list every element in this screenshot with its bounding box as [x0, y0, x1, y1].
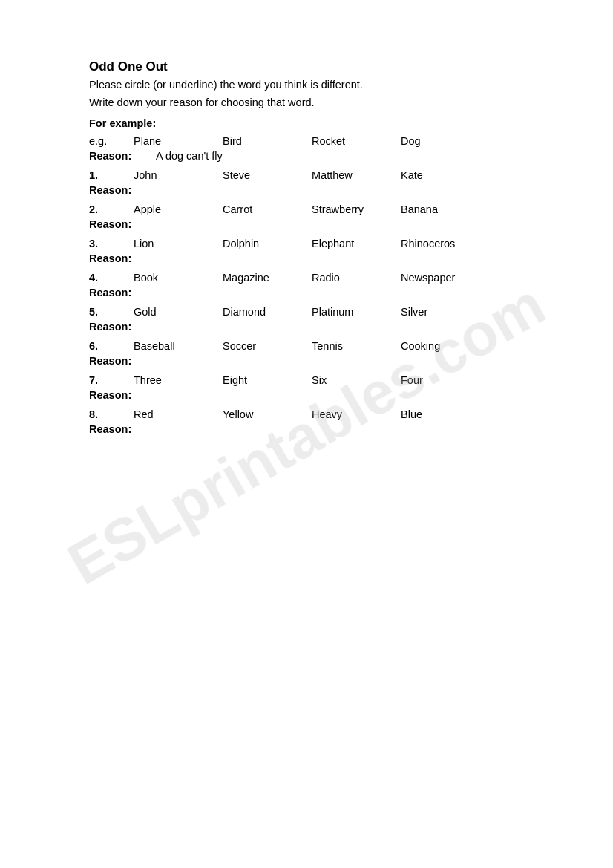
q5-word-1: Gold [134, 306, 223, 318]
q1-word-3: Matthew [312, 169, 401, 181]
q4-word-1: Book [134, 272, 223, 284]
example-word-3: Rocket [312, 135, 401, 147]
example-word-4: Dog [401, 135, 490, 147]
q4-word-2: Magazine [223, 272, 312, 284]
reason-label-6: Reason: [89, 355, 156, 367]
reason-label-3: Reason: [89, 252, 156, 264]
reason-row-4: Reason: [89, 287, 539, 298]
reason-label-4: Reason: [89, 287, 156, 298]
q4-word-3: Radio [312, 272, 401, 284]
example-word-2: Bird [223, 135, 312, 147]
reason-label-2: Reason: [89, 218, 156, 230]
reason-row-1: Reason: [89, 184, 539, 196]
q1-word-1: John [134, 169, 223, 181]
question-number-1: 1. [89, 169, 134, 181]
q8-word-1: Red [134, 408, 223, 420]
page-content: Odd One Out Please circle (or underline)… [89, 59, 539, 435]
example-reason-row: Reason: A dog can't fly [89, 150, 539, 162]
reason-row-3: Reason: [89, 252, 539, 264]
question-row-1: 1. John Steve Matthew Kate [89, 169, 539, 181]
instruction2: Write down your reason for choosing that… [89, 97, 539, 108]
question-row-4: 4. Book Magazine Radio Newspaper [89, 272, 539, 284]
question-number-2: 2. [89, 203, 134, 215]
q5-word-2: Diamond [223, 306, 312, 318]
reason-label-8: Reason: [89, 423, 156, 435]
q4-word-4: Newspaper [401, 272, 490, 284]
q7-word-2: Eight [223, 374, 312, 386]
example-row: e.g. Plane Bird Rocket Dog [89, 135, 539, 147]
q7-word-4: Four [401, 374, 490, 386]
q1-word-4: Kate [401, 169, 490, 181]
q7-word-3: Six [312, 374, 401, 386]
question-row-6: 6. Baseball Soccer Tennis Cooking [89, 340, 539, 352]
page-title: Odd One Out [89, 59, 539, 74]
reason-row-7: Reason: [89, 389, 539, 401]
example-reason-label: Reason: [89, 150, 156, 162]
reason-row-6: Reason: [89, 355, 539, 367]
question-row-5: 5. Gold Diamond Platinum Silver [89, 306, 539, 318]
q3-word-4: Rhinoceros [401, 238, 490, 249]
q1-word-2: Steve [223, 169, 312, 181]
reason-row-8: Reason: [89, 423, 539, 435]
reason-label-7: Reason: [89, 389, 156, 401]
reason-label-5: Reason: [89, 321, 156, 333]
instruction1: Please circle (or underline) the word yo… [89, 79, 539, 91]
q3-word-1: Lion [134, 238, 223, 249]
q5-word-4: Silver [401, 306, 490, 318]
question-number-5: 5. [89, 306, 134, 318]
question-number-3: 3. [89, 238, 134, 249]
q6-word-3: Tennis [312, 340, 401, 352]
reason-label-1: Reason: [89, 184, 156, 196]
for-example-label: For example: [89, 117, 539, 129]
q8-word-4: Blue [401, 408, 490, 420]
example-word-1: Plane [134, 135, 223, 147]
q2-word-1: Apple [134, 203, 223, 215]
q2-word-3: Strawberry [312, 203, 401, 215]
question-row-2: 2. Apple Carrot Strawberry Banana [89, 203, 539, 215]
q7-word-1: Three [134, 374, 223, 386]
question-number-6: 6. [89, 340, 134, 352]
question-number-4: 4. [89, 272, 134, 284]
question-row-3: 3. Lion Dolphin Elephant Rhinoceros [89, 238, 539, 249]
q5-word-3: Platinum [312, 306, 401, 318]
eg-label: e.g. [89, 135, 134, 147]
question-row-8: 8. Red Yellow Heavy Blue [89, 408, 539, 420]
q8-word-2: Yellow [223, 408, 312, 420]
question-number-8: 8. [89, 408, 134, 420]
reason-row-2: Reason: [89, 218, 539, 230]
question-row-7: 7. Three Eight Six Four [89, 374, 539, 386]
example-reason-text: A dog can't fly [156, 150, 223, 162]
q8-word-3: Heavy [312, 408, 401, 420]
q6-word-2: Soccer [223, 340, 312, 352]
reason-row-5: Reason: [89, 321, 539, 333]
q6-word-4: Cooking [401, 340, 490, 352]
q3-word-2: Dolphin [223, 238, 312, 249]
question-number-7: 7. [89, 374, 134, 386]
q6-word-1: Baseball [134, 340, 223, 352]
q2-word-4: Banana [401, 203, 490, 215]
q2-word-2: Carrot [223, 203, 312, 215]
q3-word-3: Elephant [312, 238, 401, 249]
